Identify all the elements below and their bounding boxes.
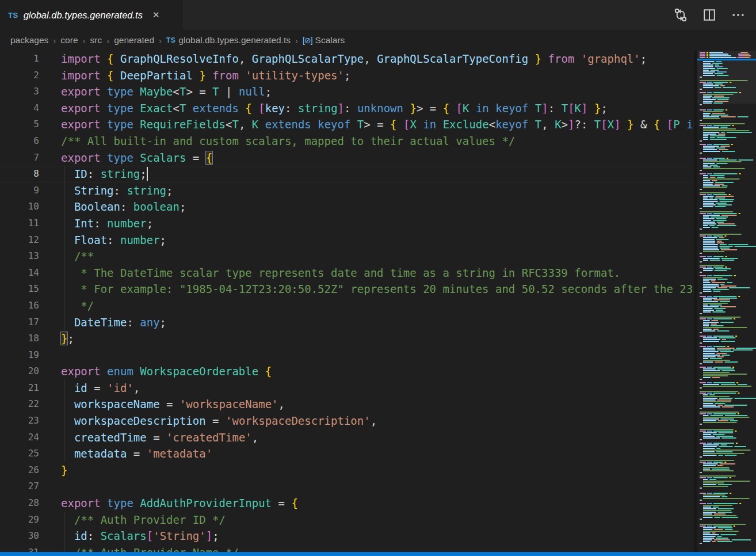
line-number[interactable]: 28 <box>0 495 39 512</box>
line-number[interactable]: 23 <box>0 413 39 429</box>
code-line[interactable]: 26} <box>0 462 694 479</box>
line-number[interactable]: 15 <box>0 281 39 298</box>
breadcrumb-label: packages <box>10 35 48 45</box>
code-line[interactable]: 16 */ <box>0 298 694 314</box>
code-line[interactable]: 1import { GraphQLResolveInfo, GraphQLSca… <box>0 51 694 67</box>
line-number[interactable]: 30 <box>0 528 39 544</box>
typescript-file-icon: TS <box>166 36 175 44</box>
code-line[interactable]: 28export type AddAuthProviderInput = { <box>0 495 694 512</box>
breadcrumb-label: generated <box>114 35 154 45</box>
code-line[interactable]: 31 /** Auth Provider Name */ <box>0 544 694 552</box>
indent-guide <box>64 380 64 462</box>
breadcrumb-item-packages[interactable]: packages <box>10 35 48 45</box>
line-number[interactable]: 7 <box>0 150 39 166</box>
breadcrumb-label: core <box>60 35 78 45</box>
line-number[interactable]: 8 <box>0 166 39 182</box>
code-line[interactable]: 9 String: string; <box>0 182 694 199</box>
code-editor[interactable]: 1import { GraphQLResolveInfo, GraphQLSca… <box>0 51 694 552</box>
code-line[interactable]: 29 /** Auth Provider ID */ <box>0 512 694 528</box>
chevron-right-icon: › <box>159 36 162 45</box>
tab-global-db-types[interactable]: TS global.db.types.generated.ts ✕ <box>0 0 183 30</box>
line-number[interactable]: 4 <box>0 100 39 117</box>
status-bar-strip <box>0 552 756 556</box>
symbol-type-icon: [⊘] <box>303 36 312 45</box>
split-editor-icon[interactable] <box>702 7 717 22</box>
code-line[interactable]: 12 Float: number; <box>0 232 694 249</box>
breadcrumb-item-generated[interactable]: generated <box>114 35 154 45</box>
breadcrumb-item-scalars[interactable]: [⊘]Scalars <box>303 35 345 45</box>
line-number[interactable]: 14 <box>0 265 39 281</box>
line-number[interactable]: 31 <box>0 544 39 552</box>
code-line[interactable]: 14 * The DateTime scalar type represents… <box>0 265 694 281</box>
line-number[interactable]: 13 <box>0 248 39 265</box>
code-line[interactable]: 18}; <box>0 330 694 347</box>
typescript-file-icon: TS <box>8 11 18 20</box>
code-line[interactable]: 5export type RequireFields<T, K extends … <box>0 116 694 133</box>
code-line[interactable]: 25 metadata = 'metadata' <box>0 445 694 462</box>
line-number[interactable]: 10 <box>0 199 39 215</box>
chevron-right-icon: › <box>106 36 109 45</box>
chevron-right-icon: › <box>295 36 298 45</box>
code-line[interactable]: 4export type Exact<T extends { [key: str… <box>0 100 694 117</box>
code-line[interactable]: 11 Int: number; <box>0 215 694 232</box>
line-number[interactable]: 6 <box>0 133 39 150</box>
line-number[interactable]: 29 <box>0 512 39 528</box>
breadcrumb: packages›core›src›generated›TSglobal.db.… <box>0 30 756 51</box>
code-line[interactable]: 3export type Maybe<T> = T | null; <box>0 83 694 100</box>
line-number[interactable]: 19 <box>0 347 39 364</box>
line-number[interactable]: 26 <box>0 462 39 479</box>
breadcrumb-label: src <box>90 35 102 45</box>
code-line[interactable]: 20export enum WorkspaceOrderable { <box>0 363 694 380</box>
code-line[interactable]: 10 Boolean: boolean; <box>0 199 694 215</box>
line-number[interactable]: 3 <box>0 83 39 100</box>
line-number[interactable]: 11 <box>0 215 39 232</box>
code-line[interactable]: 24 createdTime = 'createdTime', <box>0 429 694 446</box>
line-number[interactable]: 9 <box>0 182 39 199</box>
line-number[interactable]: 27 <box>0 478 39 495</box>
code-line[interactable]: 2import { DeepPartial } from 'utility-ty… <box>0 67 694 84</box>
code-line[interactable]: 8 ID: string; <box>0 166 694 182</box>
line-number[interactable]: 5 <box>0 116 39 133</box>
text-cursor <box>147 167 148 181</box>
code-line[interactable]: 7export type Scalars = { <box>0 150 694 166</box>
indent-guide <box>64 166 64 330</box>
line-number[interactable]: 24 <box>0 429 39 446</box>
code-lines: 1import { GraphQLResolveInfo, GraphQLSca… <box>0 51 694 552</box>
code-line[interactable]: 23 workspaceDescription = 'workspaceDesc… <box>0 413 694 429</box>
breadcrumb-item-src[interactable]: src <box>90 35 102 45</box>
tab-bar: TS global.db.types.generated.ts ✕ <box>0 0 756 30</box>
code-line[interactable]: 27 <box>0 478 694 495</box>
code-line[interactable]: 6/** All built-in and custom scalars, ma… <box>0 133 694 150</box>
minimap[interactable] <box>697 51 756 552</box>
line-number[interactable]: 21 <box>0 380 39 397</box>
code-line[interactable]: 13 /** <box>0 248 694 265</box>
code-line[interactable]: 17 DateTime: any; <box>0 314 694 331</box>
breadcrumb-item-global-db-types-generated-ts[interactable]: TSglobal.db.types.generated.ts <box>166 35 291 45</box>
code-line[interactable]: 15 * For example: "1985-04-12T23:20:50.5… <box>0 281 694 298</box>
code-line[interactable]: 22 workspaceName = 'workspaceName', <box>0 396 694 413</box>
tab-title: global.db.types.generated.ts <box>24 10 143 21</box>
code-line[interactable]: 30 id: Scalars['String']; <box>0 528 694 544</box>
close-icon[interactable]: ✕ <box>152 10 160 20</box>
more-actions-icon[interactable] <box>731 7 746 22</box>
line-number[interactable]: 1 <box>0 51 39 67</box>
open-changes-icon[interactable] <box>673 7 688 22</box>
line-number[interactable]: 16 <box>0 298 39 314</box>
breadcrumb-item-core[interactable]: core <box>60 35 78 45</box>
line-number[interactable]: 2 <box>0 67 39 84</box>
line-number[interactable]: 22 <box>0 396 39 413</box>
code-line[interactable]: 19 <box>0 347 694 364</box>
line-number[interactable]: 12 <box>0 232 39 249</box>
line-number[interactable]: 17 <box>0 314 39 331</box>
breadcrumb-label: Scalars <box>315 35 345 45</box>
chevron-right-icon: › <box>83 36 86 45</box>
code-line[interactable]: 21 id = 'id', <box>0 380 694 397</box>
chevron-right-icon: › <box>53 36 56 45</box>
editor-actions <box>673 0 756 30</box>
breadcrumb-label: global.db.types.generated.ts <box>178 35 291 45</box>
line-number[interactable]: 20 <box>0 363 39 380</box>
line-number[interactable]: 18 <box>0 330 39 347</box>
indent-guide <box>64 512 64 552</box>
line-number[interactable]: 25 <box>0 445 39 462</box>
